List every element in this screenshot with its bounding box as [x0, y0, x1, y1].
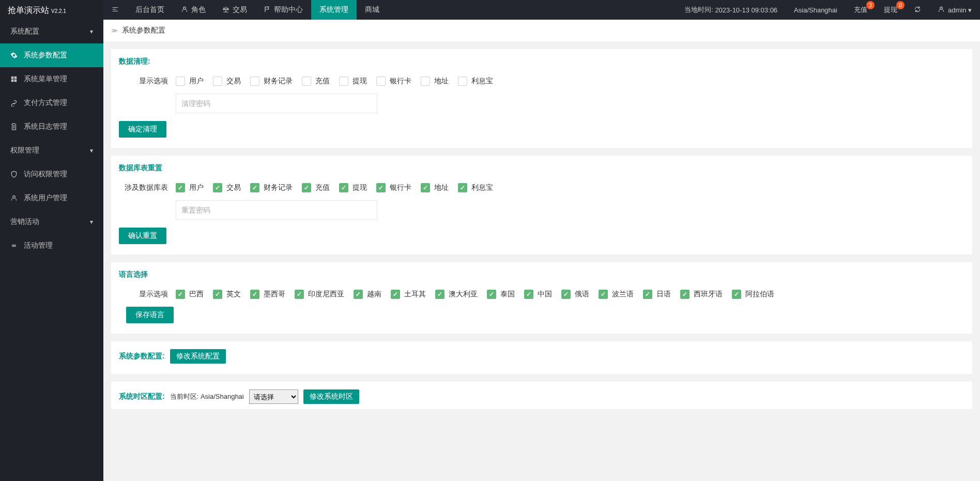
modify-timezone-button[interactable]: 修改系统时区 [303, 389, 359, 404]
form-label: 涉及数据库表 [119, 183, 176, 192]
menu-group-permissions[interactable]: 权限管理 ▾ [0, 139, 103, 162]
checkbox-lang[interactable]: 阿拉伯语 [732, 290, 774, 299]
checkbox-checked-icon [250, 183, 259, 192]
local-time-display: 当地时间: 2023-10-13 09:03:06 [676, 0, 786, 20]
sidebar-item-access-perm[interactable]: 访问权限管理 [0, 162, 103, 186]
checkbox-icon [176, 77, 185, 86]
checkbox-lang[interactable]: 泰国 [487, 290, 515, 299]
checkbox-user[interactable]: 用户 [176, 183, 204, 192]
checkbox-checked-icon [732, 290, 741, 299]
checkbox-label: 英文 [226, 290, 241, 299]
sidebar-item-system-log[interactable]: 系统日志管理 [0, 115, 103, 139]
save-language-button[interactable]: 保存语言 [126, 307, 174, 323]
checkbox-icon [339, 77, 348, 86]
sidebar-menu: 系统配置 ▾ 系统参数配置 系统菜单管理 支付方式管理 系统日志管理 权限管理 [0, 20, 103, 258]
checkbox-trade[interactable]: 交易 [213, 77, 241, 86]
menu-group-marketing[interactable]: 营销活动 ▾ [0, 210, 103, 234]
menu-group-system-config[interactable]: 系统配置 ▾ [0, 20, 103, 43]
checkbox-lang[interactable]: 土耳其 [391, 290, 426, 299]
user-icon [938, 6, 945, 14]
timezone-select[interactable]: 请选择 [249, 389, 298, 404]
checkbox-checked-icon [213, 290, 222, 299]
sidebar-item-activity[interactable]: 活动管理 [0, 234, 103, 258]
checkbox-address[interactable]: 地址 [421, 77, 449, 86]
content: 数据清理: 显示选项 用户 交易 财务记录 充值 提现 银行卡 地址 利息宝 [103, 41, 980, 481]
checkbox-finance[interactable]: 财务记录 [250, 183, 293, 192]
checkbox-interest[interactable]: 利息宝 [458, 77, 493, 86]
withdraw-label: 提现 [884, 5, 897, 14]
checkbox-bankcard[interactable]: 银行卡 [376, 77, 411, 86]
checkbox-withdraw[interactable]: 提现 [339, 183, 367, 192]
topnav-item-home[interactable]: 后台首页 [127, 0, 173, 20]
recharge-badge: 3 [866, 1, 875, 9]
panel-title: 数据清理: [119, 57, 964, 66]
checkbox-checked-icon [458, 183, 467, 192]
current-timezone-label: 当前时区: Asia/Shanghai [170, 392, 244, 401]
menu-group-label: 营销活动 [10, 217, 39, 227]
checkbox-trade[interactable]: 交易 [213, 183, 241, 192]
topnav-item-mall[interactable]: 商城 [357, 0, 388, 20]
checkbox-lang[interactable]: 越南 [354, 290, 381, 299]
language-options: 巴西 英文 墨西哥 印度尼西亚 越南 土耳其 澳大利亚 泰国 中国 俄语 波兰语… [176, 290, 774, 299]
menu-group-label: 权限管理 [10, 146, 39, 155]
topnav-item-system[interactable]: 系统管理 [311, 0, 357, 20]
topnav-item-role[interactable]: 角色 [173, 0, 214, 20]
checkbox-bankcard[interactable]: 银行卡 [376, 183, 411, 192]
topnav-withdraw[interactable]: 提现 0 [876, 0, 906, 20]
refresh-button[interactable] [906, 0, 929, 20]
user-menu[interactable]: admin ▾ [929, 0, 980, 20]
checkbox-label: 充值 [315, 77, 330, 86]
sidebar-item-system-params[interactable]: 系统参数配置 [0, 43, 103, 67]
checkbox-lang[interactable]: 英文 [213, 290, 241, 299]
form-label: 显示选项 [119, 290, 176, 299]
logo-title: 抢单演示站 [8, 5, 49, 16]
checkbox-finance[interactable]: 财务记录 [250, 77, 293, 86]
sidebar-toggle[interactable] [103, 0, 127, 20]
sidebar-item-label: 系统参数配置 [24, 51, 67, 60]
topnav-right: 当地时间: 2023-10-13 09:03:06 Asia/Shanghai … [676, 0, 980, 20]
topnav-recharge[interactable]: 充值 3 [846, 0, 876, 20]
checkbox-lang[interactable]: 波兰语 [599, 290, 634, 299]
checkbox-label: 日语 [656, 290, 671, 299]
checkbox-label: 提现 [353, 183, 367, 192]
checkbox-lang[interactable]: 西班牙语 [680, 290, 723, 299]
checkbox-lang[interactable]: 俄语 [561, 290, 589, 299]
reset-password-input[interactable] [176, 200, 377, 220]
reset-submit-button[interactable]: 确认重置 [119, 228, 166, 244]
clean-password-input[interactable] [176, 94, 377, 113]
checkbox-lang[interactable]: 日语 [643, 290, 671, 299]
panel-title: 系统参数配置: [119, 352, 165, 361]
sidebar-item-label: 系统日志管理 [24, 122, 67, 131]
topnav-item-help[interactable]: 帮助中心 [255, 0, 311, 20]
sidebar-item-system-menu[interactable]: 系统菜单管理 [0, 67, 103, 91]
withdraw-badge: 0 [896, 1, 905, 9]
logo: 抢单演示站 V2.2.1 [0, 0, 103, 20]
panel-language: 语言选择 显示选项 巴西 英文 墨西哥 印度尼西亚 越南 土耳其 澳大利亚 泰国… [111, 262, 972, 334]
sidebar-item-system-users[interactable]: 系统用户管理 [0, 186, 103, 210]
breadcrumb-text: 系统参数配置 [122, 26, 165, 35]
checkbox-label: 提现 [353, 77, 367, 86]
topnav-label: 后台首页 [135, 5, 164, 14]
checkbox-icon [376, 77, 386, 86]
checkbox-checked-icon [354, 290, 363, 299]
checkbox-interest[interactable]: 利息宝 [458, 183, 493, 192]
checkbox-recharge[interactable]: 充值 [302, 77, 330, 86]
clean-submit-button[interactable]: 确定清理 [119, 121, 166, 138]
time-value: 2023-10-13 09:03:06 [715, 6, 777, 14]
checkbox-lang[interactable]: 中国 [524, 290, 552, 299]
doc-icon [10, 123, 19, 130]
checkbox-address[interactable]: 地址 [421, 183, 449, 192]
checkbox-lang[interactable]: 印度尼西亚 [295, 290, 344, 299]
sidebar-item-payment[interactable]: 支付方式管理 [0, 91, 103, 115]
checkbox-label: 用户 [189, 183, 204, 192]
checkbox-user[interactable]: 用户 [176, 77, 204, 86]
checkbox-withdraw[interactable]: 提现 [339, 77, 367, 86]
checkbox-lang[interactable]: 墨西哥 [250, 290, 285, 299]
checkbox-recharge[interactable]: 充值 [302, 183, 330, 192]
checkbox-label: 印度尼西亚 [308, 290, 344, 299]
topnav-item-trade[interactable]: 交易 [214, 0, 255, 20]
checkbox-lang[interactable]: 澳大利亚 [435, 290, 478, 299]
checkbox-lang[interactable]: 巴西 [176, 290, 204, 299]
topnav-label: 交易 [233, 5, 247, 14]
modify-system-config-button[interactable]: 修改系统配置 [170, 349, 226, 364]
